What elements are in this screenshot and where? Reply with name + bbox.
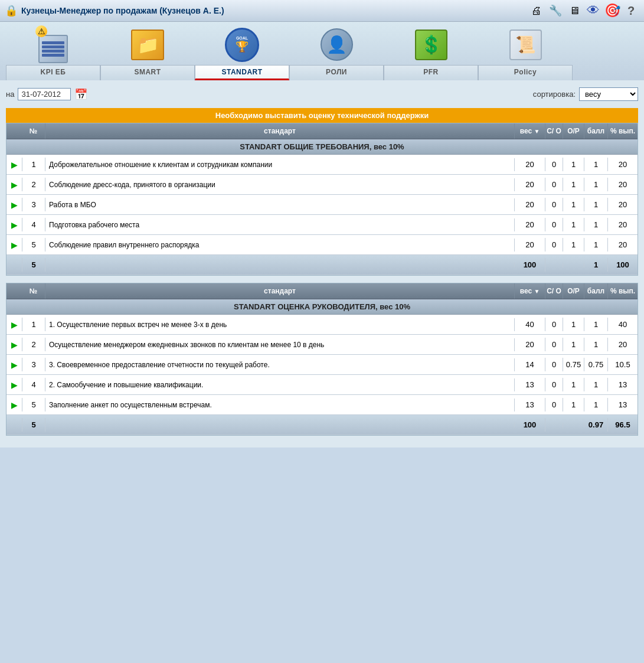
t2-row-2-standart: Осуществление менеджером ежедневных звон…	[45, 338, 515, 351]
t2-row-4-play-btn[interactable]: ▶	[11, 380, 18, 390]
eye-icon[interactable]: 👁	[585, 2, 601, 19]
t2-row-1-play-btn[interactable]: ▶	[11, 320, 18, 329]
nav-icon-policy[interactable]: 📜	[478, 25, 573, 64]
date-label: на	[6, 90, 14, 99]
tab-roles[interactable]: РОЛИ	[289, 65, 384, 80]
row-1-co: 0	[545, 158, 563, 171]
tab-pfr[interactable]: PFR	[384, 65, 478, 80]
nav-icon-standart[interactable]: GOAL 🏆	[195, 25, 289, 64]
col-header-num: №	[22, 123, 45, 139]
row-2-play-btn[interactable]: ▶	[11, 180, 18, 190]
table-row: ▶ 1 1. Осуществление первых встреч не ме…	[6, 315, 638, 335]
summary-2-standart	[45, 423, 515, 427]
nav-icon-roles[interactable]: 👤	[289, 25, 384, 64]
t2-row-2-ves: 20	[515, 338, 545, 351]
summary-1-ball: 1	[584, 258, 608, 272]
target-icon[interactable]: 🎯	[604, 2, 620, 19]
row-3-op: 1	[563, 198, 584, 211]
summary-1-vyp: 100	[608, 258, 638, 272]
t2-row-4-co: 0	[545, 378, 563, 391]
nav-icons-row: ⚠ 📁 GOAL 🏆	[6, 25, 638, 64]
t2-row-2-co: 0	[545, 338, 563, 351]
summary-row-1: 5 100 1 100	[6, 255, 638, 275]
row-5-ball: 1	[584, 238, 608, 252]
summary-row-2: 5 100 0.97 96.5	[6, 415, 638, 435]
col-header-op: О/Р	[563, 123, 584, 139]
t2-row-2-play-btn[interactable]: ▶	[11, 340, 18, 350]
nav-area: ⚠ 📁 GOAL 🏆	[0, 22, 644, 80]
help-icon[interactable]: ?	[623, 2, 639, 19]
t2-row-3-play-btn[interactable]: ▶	[11, 360, 18, 370]
t2-row-1-op: 1	[563, 318, 584, 331]
row-4-op: 1	[563, 218, 584, 231]
tab-standart[interactable]: STANDART	[195, 65, 289, 80]
col2-header-standart: стандарт	[45, 283, 515, 299]
title-bar: 🔒 Кузнецы-Менеджер по продажам (Кузнецов…	[0, 0, 644, 22]
row-1-ball: 1	[584, 158, 608, 171]
monitor-icon[interactable]: 🖥	[566, 2, 583, 19]
t2-row-1-ball: 1	[584, 318, 608, 331]
table-section-1: № стандарт вес ▼ С/ О О/Р балл % вып. ST…	[6, 123, 638, 276]
row-1-ves: 20	[515, 158, 545, 171]
t2-row-4-ball: 1	[584, 378, 608, 391]
summary-2-num: 5	[22, 418, 45, 432]
row-3-ves: 20	[515, 198, 545, 211]
nav-icon-pfr[interactable]: 💲	[384, 25, 478, 64]
tab-kpi[interactable]: KPI ЕБ	[6, 65, 100, 80]
summary-1-ves: 100	[515, 258, 545, 272]
tab-smart[interactable]: SMART	[100, 65, 195, 80]
col2-header-co: С/ О	[545, 283, 563, 299]
row-3-play-btn[interactable]: ▶	[11, 200, 18, 210]
printer-icon[interactable]: 🖨	[528, 2, 545, 19]
sort-select[interactable]: весу номеру алфавиту	[579, 87, 638, 101]
t2-row-3-ball: 0.75	[584, 358, 608, 371]
summary-2-ves: 100	[515, 418, 545, 432]
row-4-co: 0	[545, 218, 563, 231]
window-title: Кузнецы-Менеджер по продажам (Кузнецов А…	[21, 6, 224, 15]
row-3-num: 3	[22, 198, 45, 211]
nav-tab-row: KPI ЕБ SMART STANDART РОЛИ PFR Policy	[6, 65, 638, 80]
nav-icon-smart[interactable]: 📁	[100, 25, 195, 64]
col-header-ball: балл	[584, 123, 608, 139]
t2-row-2-num: 2	[22, 338, 45, 351]
row-4-ves: 20	[515, 218, 545, 231]
summary-2-co	[545, 423, 563, 427]
nav-icon-kpi[interactable]: ⚠	[6, 25, 100, 64]
sort-section: сортировка: весу номеру алфавиту	[533, 87, 638, 101]
row-2-standart: Соблюдение дресс-кода, принятого в орган…	[45, 178, 515, 191]
row-1-play-btn[interactable]: ▶	[11, 160, 18, 169]
col-header-ves: вес ▼	[515, 123, 545, 139]
table-row: ▶ 3 3. Своевременное предоставление отче…	[6, 355, 638, 375]
row-3-standart: Работа в МБО	[45, 198, 515, 211]
col-header-standart: стандарт	[45, 123, 515, 139]
t2-row-4-num: 4	[22, 378, 45, 391]
row-4-play-btn[interactable]: ▶	[11, 220, 18, 230]
t2-row-2-op: 1	[563, 338, 584, 351]
t2-row-5-ves: 13	[515, 398, 545, 411]
table-row: ▶ 5 Соблюдение правил внутреннего распор…	[6, 235, 638, 255]
t2-row-3-num: 3	[22, 358, 45, 371]
row-5-play-btn[interactable]: ▶	[11, 240, 18, 250]
row-5-num: 5	[22, 238, 45, 252]
calendar-icon[interactable]: 📅	[74, 88, 87, 101]
date-input[interactable]	[18, 88, 71, 100]
table-row: ▶ 4 2. Самообучение и повышение квалифик…	[6, 375, 638, 395]
summary-2-ball: 0.97	[584, 418, 608, 432]
group-header-1: STANDART ОБЩИЕ ТРЕБОВАНИЯ, вес 10%	[6, 139, 638, 155]
table-header-1: № стандарт вес ▼ С/ О О/Р балл % вып.	[6, 123, 638, 139]
row-4-standart: Подготовка рабочего места	[45, 218, 515, 231]
table-row: ▶ 2 Осуществление менеджером ежедневных …	[6, 335, 638, 355]
col2-header-ball: балл	[584, 283, 608, 299]
tools-icon[interactable]: 🔧	[547, 2, 564, 19]
t2-row-3-vyp: 10.5	[608, 358, 638, 371]
t2-row-3-op: 0.75	[563, 358, 584, 371]
table-row: ▶ 3 Работа в МБО 20 0 1 1 20	[6, 195, 638, 215]
t2-row-1-num: 1	[22, 318, 45, 331]
t2-row-3-ves: 14	[515, 358, 545, 371]
row-4-ball: 1	[584, 218, 608, 231]
tab-policy[interactable]: Policy	[478, 65, 573, 80]
t2-row-3-standart: 3. Своевременное предоставление отчетнос…	[45, 358, 515, 371]
col-header-vyp: % вып.	[608, 123, 638, 139]
t2-row-5-play-btn[interactable]: ▶	[11, 400, 18, 410]
main-content: на 📅 сортировка: весу номеру алфавиту Не…	[0, 80, 644, 448]
